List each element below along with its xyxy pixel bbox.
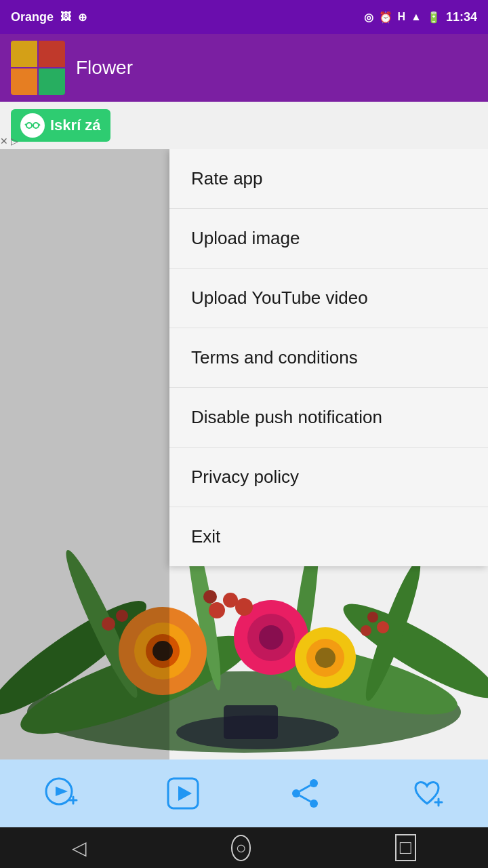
menu-item-rate-app[interactable]: Rate app xyxy=(169,149,488,209)
svg-point-30 xyxy=(367,612,378,623)
ad-logo-icon xyxy=(20,113,45,138)
play-icon xyxy=(166,776,200,810)
svg-point-27 xyxy=(203,590,217,604)
back-icon: ◁ xyxy=(72,837,87,859)
dim-overlay xyxy=(0,149,169,760)
thumb-2 xyxy=(39,41,65,67)
ad-banner: Iskrí zá ✕ ▷ xyxy=(0,102,488,149)
app-title: Flower xyxy=(76,57,133,79)
app-header: Flower xyxy=(0,34,488,102)
svg-point-20 xyxy=(259,625,283,650)
menu-item-upload-youtube[interactable]: Upload YouTube video xyxy=(169,269,488,328)
alarm-icon: ⏰ xyxy=(379,11,392,24)
add-video-icon xyxy=(44,776,78,810)
glasses-icon xyxy=(24,117,41,134)
svg-point-1 xyxy=(33,123,39,128)
add-video-button[interactable] xyxy=(41,773,81,814)
svg-point-42 xyxy=(292,789,300,797)
ad-x[interactable]: ✕ xyxy=(0,136,8,146)
ad-logo: Iskrí zá xyxy=(11,109,110,142)
menu-item-terms[interactable]: Terms and conditions xyxy=(169,328,488,388)
svg-point-24 xyxy=(209,602,225,618)
favorite-button[interactable] xyxy=(407,773,447,814)
svg-line-45 xyxy=(300,795,310,802)
svg-point-31 xyxy=(377,621,389,633)
menu-item-privacy[interactable]: Privacy policy xyxy=(169,448,488,507)
share-button[interactable] xyxy=(285,773,325,814)
menu-item-upload-image[interactable]: Upload image xyxy=(169,209,488,269)
carrier-name: Orange xyxy=(11,10,54,24)
svg-point-0 xyxy=(26,123,32,128)
time-display: 11:34 xyxy=(446,10,477,24)
android-icon: ⊕ xyxy=(78,11,87,24)
favorite-icon xyxy=(410,776,444,810)
svg-marker-40 xyxy=(178,786,192,801)
svg-line-3 xyxy=(25,124,26,125)
svg-line-4 xyxy=(39,124,40,125)
ad-close-area: ✕ ▷ xyxy=(0,136,18,146)
bottom-toolbar xyxy=(0,760,488,827)
battery-icon: 🔋 xyxy=(427,11,441,24)
wifi-icon: ◎ xyxy=(364,11,373,24)
thumb-1 xyxy=(11,41,37,67)
header-thumbnails xyxy=(11,41,65,95)
ad-arrow[interactable]: ▷ xyxy=(11,136,18,146)
svg-marker-36 xyxy=(56,787,68,796)
nav-bar: ◁ ○ □ xyxy=(0,827,488,868)
svg-point-23 xyxy=(315,648,336,668)
status-bar: Orange 🖼 ⊕ ◎ ⏰ H ▲ 🔋 11:34 xyxy=(0,0,488,34)
svg-line-44 xyxy=(300,785,310,791)
ad-text: Iskrí zá xyxy=(50,117,101,134)
share-icon xyxy=(288,776,322,810)
svg-point-43 xyxy=(310,800,318,808)
thumb-4 xyxy=(39,68,65,95)
recents-button[interactable]: □ xyxy=(395,834,416,861)
thumb-3 xyxy=(11,68,37,95)
back-button[interactable]: ◁ xyxy=(72,837,87,859)
main-content: Rate app Upload image Upload YouTube vid… xyxy=(0,149,488,760)
home-icon: ○ xyxy=(231,835,251,861)
signal-h-icon: H xyxy=(398,11,406,23)
svg-point-41 xyxy=(310,779,318,787)
home-button[interactable]: ○ xyxy=(231,835,251,861)
recents-icon: □ xyxy=(395,834,416,861)
image-icon: 🖼 xyxy=(60,11,71,23)
status-right: ◎ ⏰ H ▲ 🔋 11:34 xyxy=(364,10,477,24)
svg-rect-34 xyxy=(224,705,278,739)
play-button[interactable] xyxy=(163,773,203,814)
menu-item-disable-push[interactable]: Disable push notification xyxy=(169,388,488,448)
dropdown-menu: Rate app Upload image Upload YouTube vid… xyxy=(169,149,488,566)
svg-point-32 xyxy=(361,625,371,636)
status-left: Orange 🖼 ⊕ xyxy=(11,10,87,24)
menu-item-exit[interactable]: Exit xyxy=(169,507,488,566)
signal-bars-icon: ▲ xyxy=(411,11,422,23)
svg-point-26 xyxy=(235,598,253,616)
